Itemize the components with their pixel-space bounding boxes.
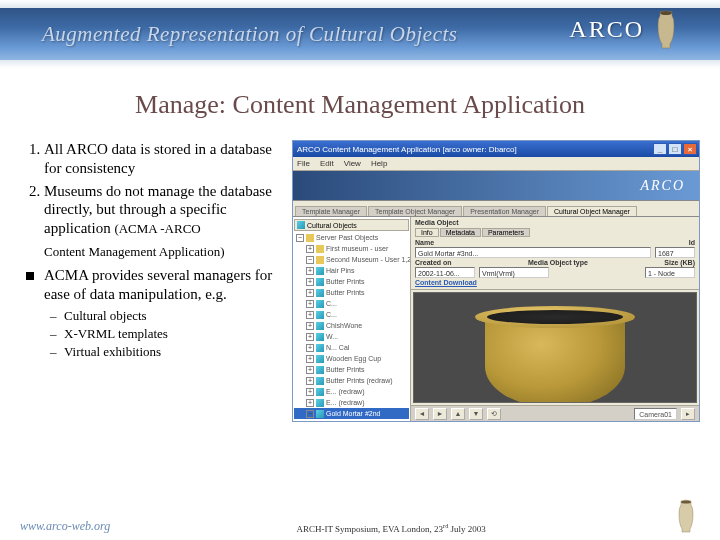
cube-icon [316, 344, 324, 352]
cube-icon [316, 366, 324, 374]
tree-node[interactable]: +N... Cal [294, 342, 409, 353]
sublist: –Cultural objects –X-VRML templates –Vir… [50, 308, 280, 361]
tab-template-manager[interactable]: Template Manager [295, 206, 367, 216]
text-column: All ARCO data is stored in a database fo… [20, 140, 280, 422]
cube-icon [316, 399, 324, 407]
tab-cultural-object-manager[interactable]: Cultural Object Manager [547, 206, 637, 216]
bullet-text: ACMA provides several managers for ease … [44, 266, 280, 304]
tree-node[interactable]: +C... [294, 309, 409, 320]
label-type: Media Object type [528, 259, 588, 266]
slide-title: Manage: Content Management Application [0, 90, 720, 120]
tree-node[interactable]: +W... [294, 331, 409, 342]
object-tree[interactable]: Cultural Objects −Server Past Objects +F… [293, 217, 411, 421]
nav-button[interactable]: ⟲ [487, 408, 501, 420]
close-button[interactable]: × [683, 143, 697, 155]
sub-item-1: –Cultural objects [50, 308, 280, 324]
field-name[interactable]: Gold Mortar #3nd... [415, 247, 651, 258]
slide-footer: www.arco-web.org ARCH-IT Symposium, EVA … [0, 498, 720, 534]
sub-item-3: –Virtual exhibitions [50, 344, 280, 360]
viewer-toolbar: ◄ ► ▲ ▼ ⟲ Camera01 ▸ [411, 405, 699, 421]
app-banner-logo: ARCO [640, 178, 685, 194]
logo-text: ARCO [569, 16, 644, 43]
cube-icon [316, 322, 324, 330]
tree-node[interactable]: +Hair Pins [294, 265, 409, 276]
tree-node[interactable]: +Butter Prints (redraw) [294, 375, 409, 386]
header-logo: ARCO [569, 8, 682, 50]
camera-field[interactable]: Camera01 [634, 408, 677, 420]
point-2-continuation: Content Management Application) [44, 244, 280, 260]
tree-node[interactable]: +First museum - user [294, 243, 409, 254]
nav-button[interactable]: ◄ [415, 408, 429, 420]
window-title: ARCO Content Management Application [arc… [297, 145, 517, 154]
vase-icon [650, 8, 682, 50]
footer-url: www.arco-web.org [20, 519, 110, 534]
sub-item-2: –X-VRML templates [50, 326, 280, 342]
cube-icon [297, 221, 305, 229]
tree-node[interactable]: +Wooden Egg Cup [294, 353, 409, 364]
header-title: Augmented Representation of Cultural Obj… [42, 22, 458, 47]
tree-header: Cultural Objects [294, 219, 409, 231]
app-body: Cultural Objects −Server Past Objects +F… [293, 217, 699, 421]
bullet-item: ACMA provides several managers for ease … [26, 266, 280, 304]
3d-viewer[interactable] [413, 292, 697, 403]
bullet-block: ACMA provides several managers for ease … [20, 266, 280, 360]
camera-next-button[interactable]: ▸ [681, 408, 695, 420]
tree-node[interactable]: +E... (redraw) [294, 397, 409, 408]
minimize-button[interactable]: _ [653, 143, 667, 155]
manager-tabs: Template Manager Template Object Manager… [293, 201, 699, 217]
tree-node[interactable]: +Butter Prints [294, 287, 409, 298]
field-id: 1687 [655, 247, 695, 258]
download-link[interactable]: Content Download [415, 279, 477, 286]
nav-button[interactable]: ▼ [469, 408, 483, 420]
cube-icon [316, 311, 324, 319]
tree-node[interactable]: +Butter Prints [294, 276, 409, 287]
mortar-model [465, 292, 645, 403]
field-type: Vrml(Vrml) [479, 267, 549, 278]
nav-button[interactable]: ► [433, 408, 447, 420]
properties-header: Media Object [415, 219, 695, 226]
svg-point-0 [660, 11, 672, 15]
tab-template-object-manager[interactable]: Template Object Manager [368, 206, 462, 216]
content-row: All ARCO data is stored in a database fo… [0, 120, 720, 422]
label-id: Id [689, 239, 695, 246]
footer-event: ARCH-IT Symposium, EVA London, 23rd July… [110, 522, 672, 534]
folder-icon [316, 245, 324, 253]
acma-screenshot: ARCO Content Management Application [arc… [292, 140, 700, 422]
footer-vase-icon [672, 498, 700, 534]
slide-header: Augmented Representation of Cultural Obj… [0, 0, 720, 68]
tree-node[interactable]: −Server Past Objects [294, 232, 409, 243]
menu-view[interactable]: View [344, 159, 361, 168]
folder-icon [316, 256, 324, 264]
cube-icon [316, 333, 324, 341]
window-titlebar: ARCO Content Management Application [arc… [293, 141, 699, 157]
menu-bar: File Edit View Help [293, 157, 699, 171]
tree-node[interactable]: +E... (redraw) [294, 386, 409, 397]
maximize-button[interactable]: □ [668, 143, 682, 155]
cube-icon [316, 410, 324, 418]
prop-tab-info[interactable]: Info [415, 228, 439, 237]
field-size: 1 - Node [645, 267, 695, 278]
prop-tab-metadata[interactable]: Metadata [440, 228, 481, 237]
menu-file[interactable]: File [297, 159, 310, 168]
prop-tab-parameters[interactable]: Parameters [482, 228, 530, 237]
cube-icon [316, 278, 324, 286]
app-banner: ARCO [293, 171, 699, 201]
tree-node-selected[interactable]: −Gold Mortar #2nd [294, 408, 409, 419]
tree-node[interactable]: +ChishWone [294, 320, 409, 331]
properties-panel: Media Object Info Metadata Parameters Na… [411, 217, 699, 290]
tree-node[interactable]: +Butter Prints [294, 364, 409, 375]
square-bullet-icon [26, 272, 34, 280]
menu-edit[interactable]: Edit [320, 159, 334, 168]
svg-point-1 [681, 500, 691, 503]
nav-button[interactable]: ▲ [451, 408, 465, 420]
label-size: Size (KB) [664, 259, 695, 266]
menu-help[interactable]: Help [371, 159, 387, 168]
cube-icon [316, 289, 324, 297]
point-1: All ARCO data is stored in a database fo… [44, 140, 280, 178]
tab-presentation-manager[interactable]: Presentation Manager [463, 206, 546, 216]
cube-icon [316, 355, 324, 363]
tree-node[interactable]: −Second Museum - User 1,2,3 [294, 254, 409, 265]
label-created: Created on [415, 259, 452, 266]
tree-node[interactable]: Gold Mortar #2 [294, 419, 409, 421]
tree-node[interactable]: +C... [294, 298, 409, 309]
